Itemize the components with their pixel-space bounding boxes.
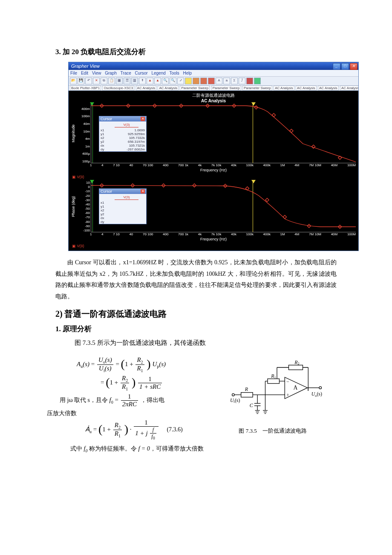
trace-label-1: ▣ V(9): [72, 175, 356, 179]
phase-canvas[interactable]: Cursor ✕ V(3) x1 y1 x2 y2 dx dy: [91, 181, 356, 232]
menu-cursor[interactable]: Cursor: [135, 71, 148, 75]
figure-caption: 图 7.3.5 一阶低通滤波电路: [222, 427, 324, 435]
svg-text:R: R: [245, 386, 248, 392]
tb-grid-icon[interactable]: ▦: [116, 78, 123, 84]
tab-item[interactable]: Parameter Sweep: [242, 86, 272, 90]
figure-intro-text: 图 7.3.5 所示为一阶低通滤波电路，其传递函数: [55, 339, 337, 347]
svg-rect-12: [241, 393, 253, 397]
section-2b-heading: 2) 普通一阶有源低通滤波电路: [55, 308, 337, 320]
svg-rect-3: [289, 365, 303, 370]
tb-legend-icon[interactable]: ☰: [124, 78, 130, 84]
closing-line: 式中 f0 称为特征频率。令 f = 0，可得通带放大倍数: [55, 445, 337, 453]
svg-text:+: +: [286, 392, 289, 398]
tb-undo-icon[interactable]: ↶: [85, 78, 92, 84]
window-buttons: _ □ ✕: [333, 62, 358, 70]
menu-tools[interactable]: Tools: [169, 71, 179, 75]
grapher-window: Grapher View _ □ ✕ File Edit View Graph …: [68, 62, 359, 251]
tab-item[interactable]: AC Analysis: [136, 86, 157, 90]
minimize-button[interactable]: _: [333, 63, 340, 70]
tb-cursor3-icon[interactable]: ▲: [154, 78, 161, 84]
magnitude-yticks: 400m 100m 40m 10m 4m 1m 400µ 100µ: [77, 103, 91, 163]
subsection-1-title: 原理分析: [63, 325, 92, 333]
magnitude-xlabel: Frequency (Hz): [71, 168, 356, 172]
tab-item[interactable]: Bode Plotter-XBP1: [70, 86, 101, 90]
tab-item[interactable]: Parameter Sweep: [211, 86, 241, 90]
tb-export-icon[interactable]: ⤴: [239, 78, 245, 84]
close-button[interactable]: ✕: [350, 63, 357, 70]
cursor-box-close-icon[interactable]: ✕: [141, 117, 145, 121]
menu-file[interactable]: File: [70, 71, 77, 75]
tb-zoom-in-icon[interactable]: 🔍: [162, 78, 169, 84]
cursor-info-box-1[interactable]: Cursor ✕ V(3) x11.0699 y1925.9259m x2105…: [99, 116, 147, 152]
menu-view[interactable]: View: [92, 71, 101, 75]
circuit-column: R2 R1 R C A − + Ui(s) Uo(s) 图 7.3.5 一阶低通…: [222, 355, 324, 435]
grapher-toolbar: 📂 💾 ↶ ✕ ⧉ 📋 ▦ ☰ ▥ ↟ ▲ ▲ 🔍 🔍 ⤢ A a Σ ⤴: [69, 76, 358, 86]
tb-save-icon[interactable]: 💾: [78, 78, 84, 84]
plot-title-1: 二阶有源低通滤波电路: [71, 92, 356, 98]
formula-line-5: Ȧu = (1 + R2R1 ) · 1 1 + j ff0 (7.3.6): [85, 419, 222, 440]
cursor-box-trace: V(3): [115, 195, 138, 200]
phase-yticks: 100 -10-20 -30-40 -50-60 -70-80 -90-100: [77, 181, 91, 232]
plot-title-2: AC Analysis: [71, 98, 356, 103]
tab-item[interactable]: AC Analysis: [318, 86, 339, 90]
svg-point-10: [232, 394, 235, 396]
tb-color5-icon[interactable]: [246, 78, 253, 84]
circuit-diagram: R2 R1 R C A − + Ui(s) Uo(s): [230, 359, 324, 423]
tb-color1-icon[interactable]: [185, 78, 192, 84]
menu-edit[interactable]: Edit: [81, 71, 88, 75]
cursor-info-box-2[interactable]: Cursor ✕ V(3) x1 y1 x2 y2 dx dy: [99, 188, 147, 224]
cursor-box-title: Cursor: [101, 189, 112, 194]
svg-text:A: A: [294, 385, 298, 391]
menu-help[interactable]: Help: [183, 71, 192, 75]
grapher-tabstrip: Bode Plotter-XBP1 Oscilloscope-XSC3 AC A…: [69, 86, 358, 91]
tb-color4-icon[interactable]: [208, 78, 215, 84]
tb-axis-icon[interactable]: ▥: [131, 78, 138, 84]
cursor-box-table: x1 y1 x2 y2 dx dy: [99, 201, 146, 224]
tb-cursor2-icon[interactable]: ▲: [147, 78, 153, 84]
phase-ylabel: Phase (deg): [71, 181, 77, 232]
tb-style-icon[interactable]: a: [223, 78, 230, 84]
phase-chart: Phase (deg) 100 -10-20 -30-40 -50-60 -70…: [71, 181, 356, 232]
tb-delete-icon[interactable]: ✕: [93, 78, 100, 84]
tb-stats-icon[interactable]: Σ: [231, 78, 238, 84]
tab-item[interactable]: AC Analysis: [296, 86, 317, 90]
tab-item[interactable]: AC Analysis: [340, 86, 358, 90]
formula-line-2: = (1 + R2R1 ) 11 + sRC: [101, 375, 222, 391]
tb-color3-icon[interactable]: [200, 78, 207, 84]
cursor-box-table: x11.0699 y1925.9259m x2105.7332k y2658.3…: [99, 128, 146, 151]
menu-trace[interactable]: Trace: [121, 71, 131, 75]
menu-graph[interactable]: Graph: [105, 71, 117, 75]
section-2b-number: 2): [55, 309, 63, 318]
magnitude-ylabel: Magnitude: [71, 103, 77, 163]
tab-item[interactable]: Oscilloscope-XSC3: [102, 86, 134, 90]
section-3-number: 3.: [55, 48, 61, 56]
formula-and-circuit: Au(s) = Uo(s)Ui(s) = (1 + R2R1 ) Up(s) =…: [77, 355, 337, 442]
tb-zoom-out-icon[interactable]: 🔍: [170, 78, 176, 84]
formula-line-4: 压放大倍数: [47, 410, 222, 417]
tb-color2-icon[interactable]: [193, 78, 199, 84]
tab-item[interactable]: AC Analysis: [274, 86, 294, 90]
magnitude-canvas[interactable]: Cursor ✕ V(3) x11.0699 y1925.9259m x2105…: [91, 103, 356, 163]
menu-legend[interactable]: Legend: [151, 71, 165, 75]
tb-color6-icon[interactable]: [254, 78, 261, 84]
magnitude-chart: Magnitude 400m 100m 40m 10m 4m 1m 400µ 1…: [71, 103, 356, 163]
tb-cursor1-icon[interactable]: ↟: [139, 78, 146, 84]
tb-copy-icon[interactable]: ⧉: [101, 78, 107, 84]
tb-open-icon[interactable]: 📂: [70, 78, 77, 84]
analysis-paragraph: 由 Cursor 可以看出，x1=1.0699HZ 时，交流放大倍数为 0.92…: [55, 257, 337, 302]
svg-text:C: C: [250, 403, 254, 409]
subsection-1-heading: 1. 原理分析: [55, 324, 337, 334]
cursor-box-title: Cursor: [101, 117, 112, 121]
svg-rect-5: [268, 379, 280, 384]
maximize-button[interactable]: □: [341, 63, 349, 70]
svg-text:Uo(s): Uo(s): [311, 391, 322, 398]
tb-text-icon[interactable]: A: [216, 78, 222, 84]
cursor-box-close-icon[interactable]: ✕: [141, 189, 145, 194]
tab-item[interactable]: AC Analysis: [158, 86, 179, 90]
tb-paste-icon[interactable]: 📋: [108, 78, 115, 84]
cursor-box-trace: V(3): [115, 123, 138, 127]
formula-line-3: 用 jω 取代 s，且令 f0 = 12πRC ，得出电: [60, 393, 222, 408]
tb-zoom-fit-icon[interactable]: ⤢: [177, 78, 184, 84]
svg-text:−: −: [286, 379, 289, 384]
tab-item[interactable]: Parameter Sweep: [180, 86, 210, 90]
